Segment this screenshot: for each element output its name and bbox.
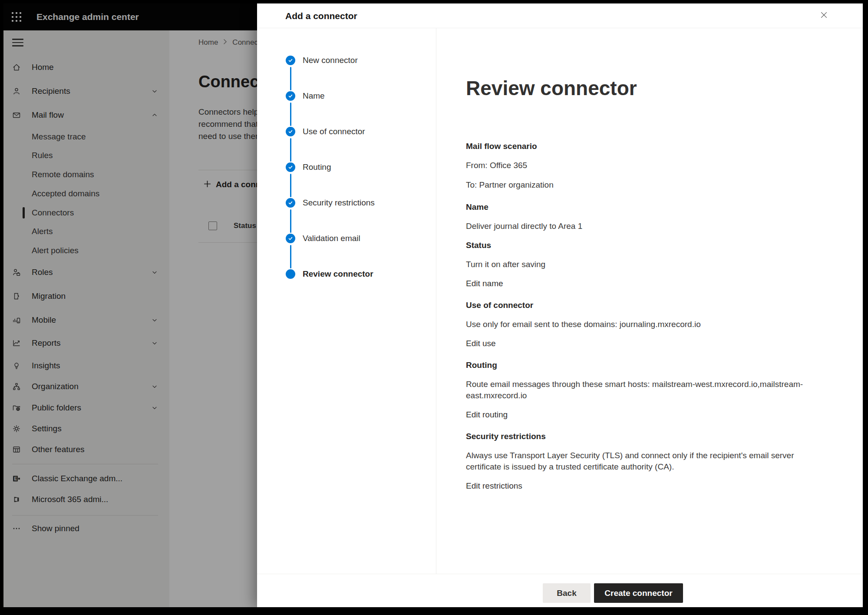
- step-current-icon: [286, 269, 295, 279]
- section-title: Status: [466, 240, 809, 251]
- review-panel: Review connector Mail flow scenario From…: [436, 28, 863, 574]
- dialog-body: New connector Name Use of connector Rout…: [257, 28, 863, 574]
- step-review-connector[interactable]: Review connector: [286, 269, 436, 305]
- use-of-connector-value: Use only for email sent to these domains…: [466, 319, 809, 330]
- step-complete-icon: [286, 91, 295, 101]
- dialog-title: Add a connector: [285, 3, 357, 28]
- mail-flow-to: To: Partner organization: [466, 179, 809, 191]
- close-button[interactable]: [817, 9, 831, 23]
- step-complete-icon: [286, 198, 295, 208]
- section-title: Name: [466, 202, 809, 212]
- review-heading: Review connector: [466, 77, 863, 99]
- section-title: Use of connector: [466, 300, 809, 311]
- section-title: Routing: [466, 360, 809, 370]
- step-use-of-connector[interactable]: Use of connector: [286, 127, 436, 162]
- step-complete-icon: [286, 56, 295, 65]
- edit-routing-link[interactable]: Edit routing: [466, 410, 508, 420]
- security-restrictions-value: Always use Transport Layer Security (TLS…: [466, 450, 809, 473]
- security-restrictions-section: Security restrictions Always use Transpo…: [466, 431, 809, 491]
- mail-flow-scenario-section: Mail flow scenario From: Office 365 To: …: [466, 141, 809, 191]
- step-complete-icon: [286, 127, 295, 136]
- edit-restrictions-link[interactable]: Edit restrictions: [466, 481, 522, 491]
- step-name[interactable]: Name: [286, 91, 436, 127]
- use-of-connector-section: Use of connector Use only for email sent…: [466, 300, 809, 349]
- edit-use-link[interactable]: Edit use: [466, 338, 496, 349]
- step-complete-icon: [286, 162, 295, 172]
- step-validation-email[interactable]: Validation email: [286, 234, 436, 269]
- step-routing[interactable]: Routing: [286, 162, 436, 198]
- dialog-footer: Back Create connector: [257, 574, 863, 607]
- section-title: Security restrictions: [466, 431, 809, 442]
- screen-frame: Exchange admin center Home Recipients Ma…: [0, 0, 868, 615]
- step-complete-icon: [286, 234, 295, 243]
- name-status-section: Name Deliver journal directly to Area 1 …: [466, 202, 809, 289]
- routing-section: Routing Route email messages through the…: [466, 360, 809, 420]
- add-connector-dialog: Add a connector New connector Name Use o…: [257, 3, 863, 607]
- mail-flow-from: From: Office 365: [466, 160, 809, 171]
- routing-value: Route email messages through these smart…: [466, 379, 809, 401]
- back-button[interactable]: Back: [543, 583, 591, 603]
- edit-name-link[interactable]: Edit name: [466, 278, 503, 289]
- create-connector-button[interactable]: Create connector: [594, 583, 683, 603]
- step-new-connector[interactable]: New connector: [286, 56, 436, 91]
- wizard-stepper: New connector Name Use of connector Rout…: [257, 28, 436, 574]
- status-value: Turn it on after saving: [466, 259, 809, 270]
- section-title: Mail flow scenario: [466, 141, 809, 152]
- close-icon: [820, 11, 828, 20]
- connector-name-value: Deliver journal directly to Area 1: [466, 221, 809, 232]
- step-security-restrictions[interactable]: Security restrictions: [286, 198, 436, 234]
- dialog-header: Add a connector: [257, 3, 863, 28]
